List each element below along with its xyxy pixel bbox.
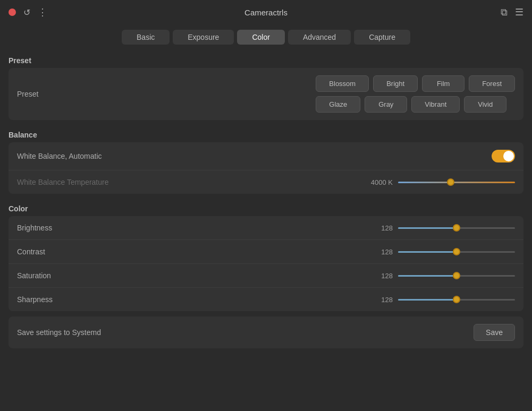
temperature-value: 4000 K	[364, 178, 393, 186]
sharpness-value: 128	[364, 296, 393, 304]
save-card: Save settings to Systemd Save	[9, 316, 523, 348]
preset-label: Preset	[17, 90, 60, 98]
preset-bright[interactable]: Bright	[373, 75, 418, 92]
preset-row-2: Glaze Gray Vibrant Vivid	[316, 96, 515, 113]
app-title: Cameractrls	[244, 8, 288, 17]
hamburger-button[interactable]: ☰	[515, 6, 523, 18]
close-button[interactable]	[9, 8, 16, 16]
saturation-slider-thumb[interactable]	[453, 272, 460, 279]
refresh-button[interactable]: ↺	[21, 7, 32, 18]
save-row: Save settings to Systemd Save	[9, 316, 523, 348]
brightness-slider-thumb[interactable]	[453, 224, 460, 232]
saturation-value: 128	[364, 272, 393, 280]
white-balance-temp-row: White Balance Temperature 4000 K	[9, 170, 523, 194]
temperature-slider-thumb[interactable]	[447, 178, 454, 186]
sharpness-row: Sharpness 128	[9, 288, 523, 311]
balance-card: White Balance, Automatic White Balance T…	[9, 142, 523, 194]
tab-color[interactable]: Color	[237, 30, 284, 45]
contrast-value: 128	[364, 248, 393, 256]
main-content: Preset Preset Blossom Bright Film Forest…	[0, 51, 532, 362]
menu-button[interactable]: ⋮	[37, 7, 48, 18]
brightness-label: Brightness	[17, 224, 364, 232]
preset-row: Preset Blossom Bright Film Forest Glaze …	[9, 68, 523, 120]
color-section-header: Color	[9, 199, 523, 216]
save-settings-label: Save settings to Systemd	[17, 328, 474, 337]
contrast-slider-thumb[interactable]	[453, 248, 460, 255]
sharpness-slider-thumb[interactable]	[453, 296, 460, 303]
window-controls: ↺ ⋮	[9, 7, 48, 18]
saturation-slider-container: 128	[364, 272, 515, 280]
tab-bar: Basic Exposure Color Advanced Capture	[0, 24, 532, 51]
sharpness-slider-track[interactable]	[398, 299, 515, 301]
titlebar: ↺ ⋮ Cameractrls ⧉ ☰	[0, 0, 532, 24]
tab-exposure[interactable]: Exposure	[173, 30, 234, 45]
preset-blossom[interactable]: Blossom	[316, 75, 369, 92]
preset-gray[interactable]: Gray	[365, 96, 407, 113]
balance-section-header: Balance	[9, 125, 523, 142]
saturation-row: Saturation 128	[9, 264, 523, 288]
sharpness-label: Sharpness	[17, 295, 364, 304]
window-mode-button[interactable]: ⧉	[501, 7, 508, 18]
titlebar-right-controls: ⧉ ☰	[501, 6, 523, 18]
preset-buttons: Blossom Bright Film Forest Glaze Gray Vi…	[316, 75, 515, 113]
tab-advanced[interactable]: Advanced	[288, 30, 351, 45]
temperature-slider-container: 4000 K	[364, 178, 515, 186]
preset-card: Preset Blossom Bright Film Forest Glaze …	[9, 68, 523, 120]
preset-vibrant[interactable]: Vibrant	[411, 96, 460, 113]
contrast-label: Contrast	[17, 247, 364, 256]
preset-film[interactable]: Film	[422, 75, 465, 92]
tab-basic[interactable]: Basic	[122, 30, 170, 45]
white-balance-temp-label: White Balance Temperature	[17, 178, 364, 186]
sharpness-slider-container: 128	[364, 296, 515, 304]
color-card: Brightness 128 Contrast 128 Satu	[9, 216, 523, 311]
brightness-value: 128	[364, 224, 393, 232]
preset-row-1: Blossom Bright Film Forest	[316, 75, 515, 92]
brightness-slider-container: 128	[364, 224, 515, 232]
tab-capture[interactable]: Capture	[354, 30, 410, 45]
contrast-slider-container: 128	[364, 248, 515, 256]
preset-section-header: Preset	[9, 51, 523, 68]
contrast-row: Contrast 128	[9, 240, 523, 264]
brightness-slider-track[interactable]	[398, 227, 515, 229]
saturation-slider-track[interactable]	[398, 275, 515, 277]
brightness-row: Brightness 128	[9, 216, 523, 240]
contrast-slider-track[interactable]	[398, 251, 515, 253]
white-balance-auto-toggle[interactable]	[492, 150, 515, 162]
preset-forest[interactable]: Forest	[469, 75, 515, 92]
temperature-slider-track[interactable]	[398, 182, 515, 183]
saturation-label: Saturation	[17, 271, 364, 280]
white-balance-auto-label: White Balance, Automatic	[17, 152, 492, 160]
save-button[interactable]: Save	[474, 324, 515, 341]
preset-glaze[interactable]: Glaze	[316, 96, 360, 113]
preset-vivid[interactable]: Vivid	[464, 96, 506, 113]
white-balance-auto-row: White Balance, Automatic	[9, 142, 523, 170]
